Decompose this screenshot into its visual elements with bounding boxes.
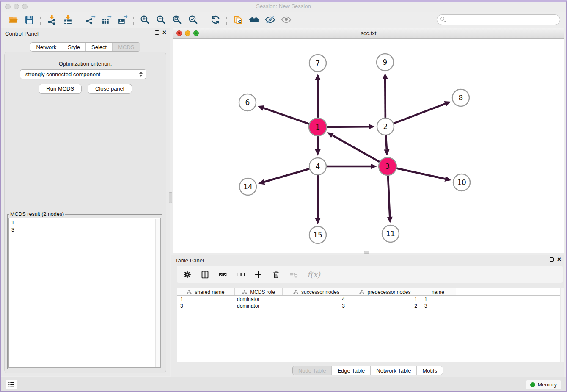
vertical-splitter-grip[interactable] (169, 192, 172, 203)
network-view-window: × − + scc.txt 1234678910111415 (173, 28, 564, 253)
tab-style[interactable]: Style (62, 43, 85, 51)
zoom-fit-icon (172, 14, 182, 25)
select-all-rows-button[interactable] (218, 270, 227, 279)
horizontal-splitter-grip[interactable] (364, 251, 369, 254)
arrowhead-1-4 (315, 149, 320, 156)
close-panel-icon[interactable]: × (162, 30, 166, 35)
eye-slash-icon (265, 14, 275, 25)
edge-3-11 (388, 174, 390, 217)
memory-label: Memory (538, 382, 557, 388)
tab-edge-table[interactable]: Edge Table (331, 366, 370, 375)
mcds-result-title: MCDS result (2 nodes) (9, 211, 65, 217)
table-settings-button[interactable] (183, 270, 192, 279)
deselect-all-rows-button[interactable] (236, 270, 245, 279)
zoom-out-button[interactable] (153, 13, 169, 27)
plus-icon (254, 270, 263, 279)
control-panel-title: Control Panel (5, 30, 39, 37)
column-header-name[interactable]: name (420, 288, 456, 295)
tab-network[interactable]: Network (30, 43, 62, 51)
edge-2-3 (386, 134, 387, 149)
arrowhead-2-3 (384, 149, 389, 156)
column-type-icon (187, 290, 192, 295)
arrowhead-4-3 (371, 163, 377, 169)
tab-network-table[interactable]: Network Table (370, 366, 416, 375)
close-panel-button[interactable]: Close panel (88, 84, 132, 94)
tab-motifs[interactable]: Motifs (416, 366, 443, 375)
export-network-button[interactable] (82, 13, 98, 27)
network-canvas[interactable]: 1234678910111415 (173, 39, 564, 253)
graph-node-label-15: 15 (313, 231, 322, 239)
column-view-button[interactable] (201, 270, 209, 279)
column-view-icon (201, 270, 209, 279)
deselect-all-icon (236, 270, 245, 279)
search-input[interactable] (437, 14, 560, 25)
tab-select[interactable]: Select (85, 43, 112, 51)
duplicate-network-icon (233, 14, 243, 25)
delete-table-button[interactable] (289, 270, 298, 279)
close-table-panel-icon[interactable]: × (557, 257, 561, 262)
column-header-predecessor-nodes[interactable]: predecessor nodes (350, 288, 420, 295)
edge-4-14 (264, 168, 311, 182)
arrowhead-1-2 (369, 124, 375, 130)
float-table-panel-icon[interactable] (550, 257, 554, 262)
node-table[interactable]: shared name MCDS role successor nodes pr… (177, 288, 560, 362)
column-header-shared-name[interactable]: shared name (177, 288, 235, 295)
application-window: Session: New Session (0, 0, 567, 392)
open-session-button[interactable] (5, 13, 21, 27)
add-column-button[interactable] (254, 270, 263, 279)
network-window-title: scc.txt (173, 30, 564, 36)
table-row[interactable]: 3 dominator 3 2 3 (177, 303, 560, 309)
refresh-layout-button[interactable] (207, 13, 223, 27)
zoom-in-button[interactable] (137, 13, 153, 27)
save-floppy-icon (24, 14, 35, 25)
hide-selected-button[interactable] (262, 13, 278, 27)
task-history-button[interactable] (6, 380, 17, 389)
export-image-button[interactable] (114, 13, 130, 27)
toolbar-separator (79, 14, 79, 26)
result-scrollbar[interactable] (155, 219, 160, 367)
search-icon (440, 17, 444, 21)
graph-node-label-2: 2 (383, 122, 388, 131)
apply-function-button[interactable]: f(x) (307, 270, 320, 279)
select-stepper-icon (139, 72, 143, 77)
toolbar-separator (204, 14, 204, 26)
optimization-criterion-label: Optimization criterion: (5, 61, 166, 67)
show-all-button[interactable] (278, 13, 294, 27)
duplicate-network-button[interactable] (230, 13, 246, 27)
edge-2-9 (385, 79, 385, 119)
float-panel-icon[interactable] (155, 30, 159, 35)
mcds-panel: Optimization criterion: strongly connect… (4, 52, 166, 373)
graph-node-label-7: 7 (316, 59, 320, 67)
edge-1-2 (325, 127, 369, 127)
mcds-result-list[interactable]: 1 3 (8, 218, 161, 368)
export-table-button[interactable] (98, 13, 114, 27)
zoom-selected-icon (188, 14, 198, 25)
zoom-in-icon (140, 14, 150, 25)
tab-mcds[interactable]: MCDS (112, 43, 140, 51)
delete-column-button[interactable] (272, 270, 281, 279)
main-toolbar (1, 12, 566, 28)
run-mcds-button[interactable]: Run MCDS (39, 84, 82, 94)
graph-node-label-14: 14 (243, 182, 253, 191)
zoom-selected-button[interactable] (185, 13, 201, 27)
network-window-titlebar[interactable]: × − + scc.txt (173, 28, 564, 39)
trash-icon (272, 270, 281, 279)
import-network-icon (47, 14, 57, 25)
tab-node-table[interactable]: Node Table (293, 366, 332, 375)
mcds-result-box: MCDS result (2 nodes) 1 3 (7, 211, 162, 369)
column-header-successor-nodes[interactable]: successor nodes (283, 288, 350, 295)
import-table-button[interactable] (60, 13, 76, 27)
home-houses-icon (249, 14, 259, 25)
memory-button[interactable]: Memory (526, 380, 561, 389)
table-row[interactable]: 1 dominator 4 1 1 (177, 296, 560, 303)
criterion-select[interactable]: strongly connected component (20, 69, 146, 79)
home-view-button[interactable] (246, 13, 262, 27)
edge-3-10 (395, 168, 445, 179)
result-line: 3 (11, 226, 158, 234)
zoom-fit-button[interactable] (169, 13, 185, 27)
table-panel: Table Panel × (171, 255, 564, 377)
column-header-mcds-role[interactable]: MCDS role (235, 288, 283, 295)
save-session-button[interactable] (21, 13, 37, 27)
table-scrollbar[interactable] (561, 288, 564, 362)
import-network-button[interactable] (44, 13, 60, 27)
